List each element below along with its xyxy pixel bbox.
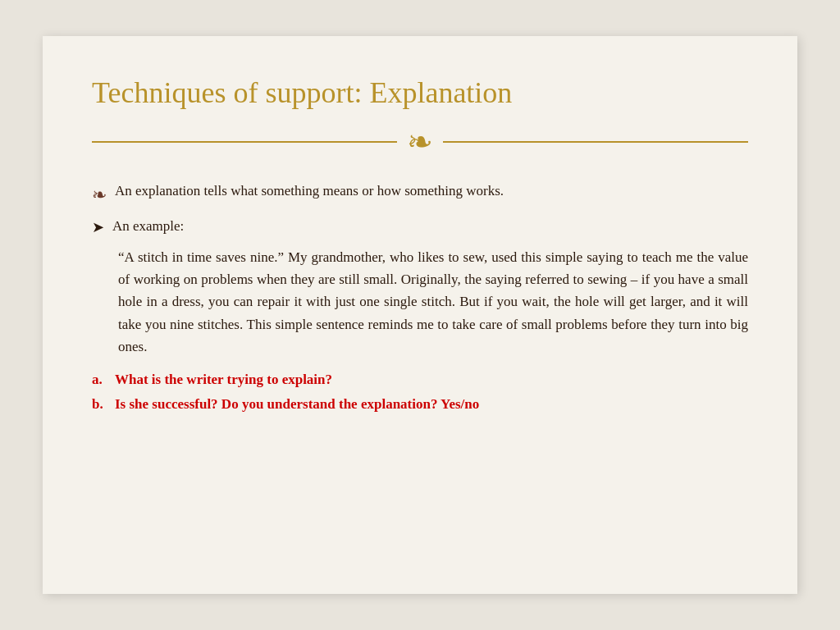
bullet-item-2: ➤ An example:: [92, 216, 748, 240]
q-text-b: Is she successful? Do you understand the…: [115, 394, 479, 415]
slide: Techniques of support: Explanation ❧ ❧ A…: [43, 36, 797, 594]
question-item-a: a. What is the writer trying to explain?: [92, 369, 748, 390]
q-label-a: a.: [92, 369, 115, 390]
q-text-a: What is the writer trying to explain?: [115, 369, 332, 390]
example-paragraph: “A stitch in time saves nine.” My grandm…: [118, 246, 748, 358]
divider: ❧: [92, 126, 748, 158]
bullet-item-1: ❧ An explanation tells what something me…: [92, 180, 748, 209]
divider-ornament: ❧: [397, 126, 443, 158]
slide-title: Techniques of support: Explanation: [92, 75, 748, 110]
questions-list: a. What is the writer trying to explain?…: [92, 369, 748, 416]
q-label-b: b.: [92, 394, 115, 415]
arrow-icon: ➤: [92, 217, 104, 240]
bullet-2-text: An example:: [112, 216, 184, 237]
divider-line-right: [443, 141, 748, 143]
question-item-b: b. Is she successful? Do you understand …: [92, 394, 748, 415]
example-text: “A stitch in time saves nine.” My grandm…: [118, 249, 748, 354]
divider-line-left: [92, 141, 397, 143]
curl-icon-1: ❧: [92, 181, 107, 209]
content-area: ❧ An explanation tells what something me…: [92, 180, 748, 416]
bullet-1-text: An explanation tells what something mean…: [115, 180, 504, 202]
